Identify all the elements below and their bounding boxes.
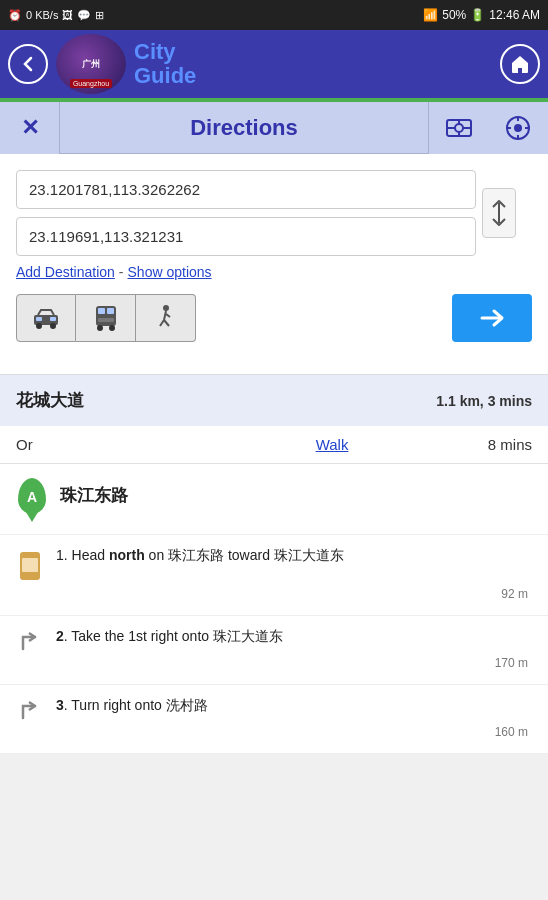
directions-list: A 珠江东路 1. Head north on 珠江东路 toward 珠江大道…: [0, 464, 548, 754]
to-input[interactable]: [16, 217, 476, 256]
svg-rect-16: [98, 318, 114, 322]
svg-rect-27: [27, 572, 33, 576]
marker-a: A: [16, 478, 48, 520]
chat-icon: 💬: [77, 9, 91, 22]
svg-rect-14: [98, 308, 105, 314]
svg-rect-15: [107, 308, 114, 314]
route-street-name: 花城大道: [16, 389, 84, 412]
svg-point-10: [50, 323, 56, 329]
step-1-navigation-icon: [16, 545, 44, 587]
walk-link[interactable]: Walk: [316, 436, 349, 453]
app-logo: 广州 Guangzhou: [56, 34, 126, 94]
svg-line-23: [166, 314, 170, 317]
add-destination-link[interactable]: Add Destination: [16, 264, 115, 280]
step-1-distance: 92 m: [16, 587, 532, 605]
svg-point-9: [36, 323, 42, 329]
step-3-distance: 160 m: [16, 725, 532, 743]
or-walk-prefix: Or: [16, 436, 33, 453]
step-3-text: 3. Turn right onto 洗村路: [56, 695, 532, 716]
data-speed: 0 KB/s: [26, 9, 58, 21]
back-button[interactable]: [8, 44, 48, 84]
from-input[interactable]: [16, 170, 476, 209]
svg-rect-26: [22, 558, 38, 572]
app-title: City Guide: [134, 40, 492, 88]
step-2-turn-icon: [16, 628, 44, 656]
step-1-text: 1. Head north on 珠江东路 toward 珠江大道东: [56, 545, 532, 566]
directions-arrow-button[interactable]: [488, 102, 548, 154]
to-input-group: [16, 217, 532, 256]
links-row: Add Destination - Show options: [16, 264, 532, 280]
logo-city-name: 广州: [82, 59, 100, 70]
step-1-content: 1. Head north on 珠江东路 toward 珠江大道东: [16, 545, 532, 587]
car-transport-button[interactable]: [16, 294, 76, 342]
svg-line-22: [164, 320, 169, 326]
battery-percent: 50%: [442, 8, 466, 22]
wifi-icon: 📶: [423, 8, 438, 22]
swap-button[interactable]: [482, 188, 516, 238]
walk-duration: 8 mins: [488, 436, 532, 453]
close-directions-button[interactable]: ✕: [0, 102, 60, 154]
svg-point-1: [455, 124, 463, 132]
directions-title: Directions: [60, 115, 428, 141]
clock-icon: ⏰: [8, 9, 22, 22]
direction-street-name: 珠江东路: [60, 484, 128, 507]
svg-point-17: [97, 325, 103, 331]
direction-step-1: 1. Head north on 珠江东路 toward 珠江大道东 92 m: [0, 535, 548, 616]
time-display: 12:46 AM: [489, 8, 540, 22]
from-input-group: [16, 170, 532, 209]
step-3-content: 3. Turn right onto 洗村路: [16, 695, 532, 725]
top-nav: 广州 Guangzhou City Guide: [0, 30, 548, 98]
svg-rect-12: [50, 317, 56, 321]
direction-street-header: A 珠江东路: [0, 464, 548, 535]
svg-rect-11: [36, 317, 42, 321]
direction-step-3: 3. Turn right onto 洗村路 160 m: [0, 685, 548, 754]
image-icon: 🖼: [62, 9, 73, 21]
link-separator: -: [119, 264, 124, 280]
home-button[interactable]: [500, 44, 540, 84]
status-bar: ⏰ 0 KB/s 🖼 💬 ⊞ 📶 50% 🔋 12:46 AM: [0, 0, 548, 30]
logo-pinyin: Guangzhou: [70, 79, 112, 88]
walk-row: Or Walk 8 mins: [0, 426, 548, 464]
go-button[interactable]: [452, 294, 532, 342]
svg-line-21: [160, 320, 164, 326]
marker-letter: A: [27, 489, 37, 505]
bus-transport-button[interactable]: [76, 294, 136, 342]
svg-line-20: [164, 311, 166, 320]
svg-point-19: [163, 305, 169, 311]
main-content: Add Destination - Show options: [0, 154, 548, 374]
battery-icon: 🔋: [470, 8, 485, 22]
status-right: 📶 50% 🔋 12:46 AM: [423, 8, 540, 22]
status-left: ⏰ 0 KB/s 🖼 💬 ⊞: [8, 9, 104, 22]
svg-point-7: [514, 124, 522, 132]
step-2-text: 2. Take the 1st right onto 珠江大道东: [56, 626, 532, 647]
svg-point-18: [109, 325, 115, 331]
marker-pin: A: [18, 478, 46, 514]
step-2-distance: 170 m: [16, 656, 532, 674]
step-1-number: 1: [56, 547, 64, 563]
map-view-button[interactable]: [428, 102, 488, 154]
apps-icon: ⊞: [95, 9, 104, 22]
walk-transport-button[interactable]: [136, 294, 196, 342]
direction-step-2: 2. Take the 1st right onto 珠江大道东 170 m: [0, 616, 548, 685]
route-summary: 花城大道 1.1 km, 3 mins: [0, 375, 548, 426]
transport-row: [16, 294, 532, 342]
route-info: 1.1 km, 3 mins: [436, 393, 532, 409]
step-3-turn-icon: [16, 697, 44, 725]
step-2-content: 2. Take the 1st right onto 珠江大道东: [16, 626, 532, 656]
show-options-link[interactable]: Show options: [128, 264, 212, 280]
route-inputs: [16, 170, 532, 256]
directions-header: ✕ Directions: [0, 102, 548, 154]
